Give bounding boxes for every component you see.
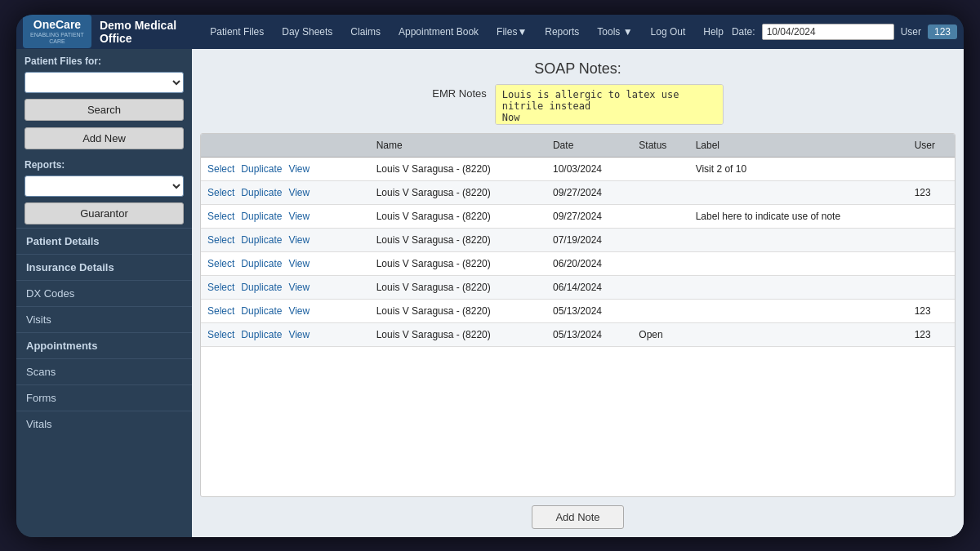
action-view-link[interactable]: View bbox=[288, 329, 310, 340]
action-duplicate-link[interactable]: Duplicate bbox=[241, 234, 282, 246]
action-view-link[interactable]: View bbox=[288, 234, 310, 246]
row-label bbox=[689, 180, 908, 204]
nav-logout[interactable]: Log Out bbox=[643, 23, 694, 41]
emr-textarea[interactable]: Louis is allergic to latex use nitrile i… bbox=[495, 84, 724, 125]
row-date: 10/03/2024 bbox=[546, 157, 632, 180]
action-view-link[interactable]: View bbox=[288, 163, 310, 175]
table-row: SelectDuplicateViewLouis V Saragusa - (8… bbox=[201, 299, 955, 322]
action-duplicate-link[interactable]: Duplicate bbox=[241, 163, 282, 175]
action-select-link[interactable]: Select bbox=[207, 305, 234, 317]
reports-select[interactable] bbox=[24, 176, 184, 197]
row-status: Open bbox=[632, 322, 688, 346]
action-select-link[interactable]: Select bbox=[207, 187, 234, 198]
nav-tools[interactable]: Tools ▼ bbox=[589, 23, 640, 41]
nav-reports[interactable]: Reports bbox=[537, 23, 587, 41]
nav-appointment-book[interactable]: Appointment Book bbox=[390, 23, 487, 41]
action-view-link[interactable]: View bbox=[288, 282, 310, 293]
row-name: Louis V Saragusa - (8220) bbox=[370, 251, 546, 275]
device-frame: OneCare ENABLING PATIENT CARE Demo Medic… bbox=[16, 15, 964, 537]
date-label: Date: bbox=[732, 26, 755, 38]
col-date: Date bbox=[546, 134, 632, 158]
soap-table-container: Name Date Status Label User SelectDuplic… bbox=[200, 133, 956, 497]
action-duplicate-link[interactable]: Duplicate bbox=[241, 305, 282, 317]
action-duplicate-link[interactable]: Duplicate bbox=[241, 282, 282, 293]
nav-claims[interactable]: Claims bbox=[342, 23, 389, 41]
row-status bbox=[632, 157, 688, 180]
table-row: SelectDuplicateViewLouis V Saragusa - (8… bbox=[201, 275, 955, 299]
bottom-bar: Add Note bbox=[192, 497, 964, 537]
emr-label: EMR Notes bbox=[432, 84, 486, 100]
nav-help[interactable]: Help bbox=[695, 23, 732, 41]
row-label bbox=[689, 228, 908, 251]
action-select-link[interactable]: Select bbox=[207, 329, 234, 340]
action-view-link[interactable]: View bbox=[288, 305, 310, 317]
table-row: SelectDuplicateViewLouis V Saragusa - (8… bbox=[201, 228, 955, 251]
row-name: Louis V Saragusa - (8220) bbox=[370, 322, 546, 346]
office-name: Demo Medical Office bbox=[100, 19, 187, 45]
row-actions: SelectDuplicateView bbox=[201, 180, 370, 204]
row-actions: SelectDuplicateView bbox=[201, 275, 370, 299]
logo: OneCare ENABLING PATIENT CARE bbox=[23, 15, 91, 49]
nav-right: Date: User 123 bbox=[732, 24, 957, 40]
row-actions: SelectDuplicateView bbox=[201, 157, 370, 180]
row-actions: SelectDuplicateView bbox=[201, 228, 370, 251]
row-status bbox=[632, 299, 688, 322]
row-name: Louis V Saragusa - (8220) bbox=[370, 204, 546, 228]
reports-label: Reports: bbox=[16, 153, 192, 173]
search-button[interactable]: Search bbox=[24, 99, 184, 121]
row-status bbox=[632, 204, 688, 228]
add-note-button[interactable]: Add Note bbox=[532, 505, 623, 529]
action-view-link[interactable]: View bbox=[288, 258, 310, 269]
row-user bbox=[908, 204, 955, 228]
nav-patient-files[interactable]: Patient Files bbox=[202, 23, 272, 41]
action-select-link[interactable]: Select bbox=[207, 258, 234, 269]
action-duplicate-link[interactable]: Duplicate bbox=[241, 329, 282, 340]
row-actions: SelectDuplicateView bbox=[201, 299, 370, 322]
sidebar-patient-details[interactable]: Patient Details bbox=[16, 228, 192, 254]
row-label: Visit 2 of 10 bbox=[689, 157, 908, 180]
col-actions bbox=[201, 134, 370, 158]
row-actions: SelectDuplicateView bbox=[201, 204, 370, 228]
nav-files[interactable]: Files▼ bbox=[488, 23, 535, 41]
sidebar: Patient Files for: Search Add New Report… bbox=[16, 49, 192, 537]
col-user: User bbox=[908, 134, 955, 158]
action-select-link[interactable]: Select bbox=[207, 211, 234, 222]
row-actions: SelectDuplicateView bbox=[201, 251, 370, 275]
add-new-button[interactable]: Add New bbox=[24, 127, 184, 149]
sidebar-visits[interactable]: Visits bbox=[16, 306, 192, 332]
row-date: 05/13/2024 bbox=[546, 299, 632, 322]
row-date: 05/13/2024 bbox=[546, 322, 632, 346]
action-duplicate-link[interactable]: Duplicate bbox=[241, 258, 282, 269]
sidebar-appointments[interactable]: Appointments bbox=[16, 332, 192, 358]
row-user bbox=[908, 157, 955, 180]
sidebar-forms[interactable]: Forms bbox=[16, 384, 192, 411]
row-user bbox=[908, 275, 955, 299]
row-status bbox=[632, 275, 688, 299]
table-header-row: Name Date Status Label User bbox=[201, 134, 955, 158]
date-input[interactable] bbox=[762, 24, 894, 40]
action-duplicate-link[interactable]: Duplicate bbox=[241, 187, 282, 198]
row-user bbox=[908, 228, 955, 251]
action-select-link[interactable]: Select bbox=[207, 282, 234, 293]
sidebar-vitals[interactable]: Vitals bbox=[16, 411, 192, 437]
action-view-link[interactable]: View bbox=[288, 187, 310, 198]
row-date: 06/20/2024 bbox=[546, 251, 632, 275]
action-duplicate-link[interactable]: Duplicate bbox=[241, 211, 282, 222]
nav-day-sheets[interactable]: Day Sheets bbox=[274, 23, 341, 41]
patient-select[interactable] bbox=[24, 72, 184, 93]
action-select-link[interactable]: Select bbox=[207, 234, 234, 246]
table-row: SelectDuplicateViewLouis V Saragusa - (8… bbox=[201, 322, 955, 346]
row-user: 123 bbox=[908, 322, 955, 346]
sidebar-dx-codes[interactable]: DX Codes bbox=[16, 280, 192, 306]
row-name: Louis V Saragusa - (8220) bbox=[370, 299, 546, 322]
sidebar-scans[interactable]: Scans bbox=[16, 358, 192, 384]
row-date: 06/14/2024 bbox=[546, 275, 632, 299]
guarantor-button[interactable]: Guarantor bbox=[24, 202, 184, 224]
row-status bbox=[632, 251, 688, 275]
action-view-link[interactable]: View bbox=[288, 211, 310, 222]
action-select-link[interactable]: Select bbox=[207, 163, 234, 175]
col-name: Name bbox=[370, 134, 546, 158]
sidebar-insurance-details[interactable]: Insurance Details bbox=[16, 254, 192, 280]
row-status bbox=[632, 228, 688, 251]
row-user bbox=[908, 251, 955, 275]
